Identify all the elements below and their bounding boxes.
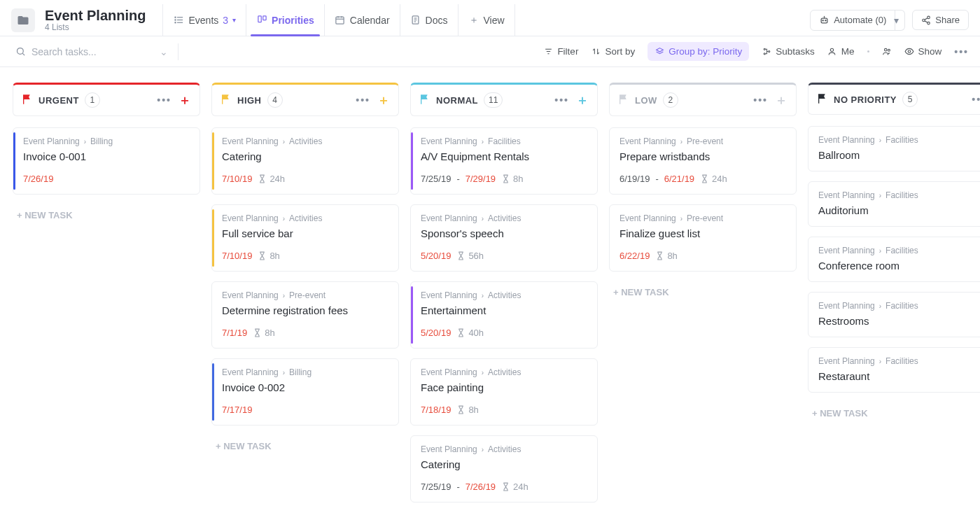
time-estimate: 24h [258,174,285,184]
groupby-button[interactable]: Group by: Priority [648,42,749,61]
time-estimate: 24h [501,482,528,492]
task-card[interactable]: Event Planning › Facilities Restrooms [808,292,980,337]
column-add-task[interactable]: ＋ [377,92,390,108]
people-icon [882,47,892,57]
task-card[interactable]: Event Planning › Facilities A/V Equipmen… [410,127,598,195]
time-estimate: 8h [456,405,478,415]
tab-add-view[interactable]: ＋ View [458,4,515,36]
task-card[interactable]: Event Planning › Activities Sponsor's sp… [410,204,598,272]
svg-line-23 [925,17,927,19]
column-add-task[interactable]: ＋ [576,92,589,108]
task-card[interactable]: Event Planning › Billing Invoice 0-001 7… [13,127,200,195]
column-more-menu[interactable]: ••• [356,94,370,106]
new-task-button[interactable]: + NEW TASK [13,204,200,226]
svg-point-31 [764,53,765,55]
task-card[interactable]: Event Planning › Facilities Auditorium [808,181,980,227]
tab-label: Docs [426,15,448,26]
column-more-menu[interactable]: ••• [972,94,980,105]
doc-icon [410,15,421,26]
svg-point-35 [888,49,890,51]
crumb-list: Activities [488,290,521,300]
chevron-right-icon: › [879,302,881,310]
task-card[interactable]: Event Planning › Activities Catering 7/1… [211,127,399,195]
card-date-start: 6/22/19 [620,251,650,261]
task-card[interactable]: Event Planning › Facilities Restaraunt [808,347,980,393]
time-estimate-value: 24h [513,482,528,492]
task-card[interactable]: Event Planning › Activities Face paintin… [410,358,598,426]
column-add-task[interactable]: ＋ [178,92,191,108]
task-card[interactable]: Event Planning › Pre-event Prepare wrist… [609,127,797,195]
task-card[interactable]: Event Planning › Activities Full service… [211,204,399,272]
column-more-menu[interactable]: ••• [753,94,768,106]
column-more-menu[interactable]: ••• [554,94,569,106]
tab-events[interactable]: Events 3 ▾ [162,4,246,36]
automate-caret[interactable]: ▾ [888,10,905,31]
time-estimate-value: 24h [712,174,727,184]
new-task-button[interactable]: + NEW TASK [808,402,980,424]
card-date-end: 6/21/19 [664,174,694,184]
more-menu[interactable]: ••• [954,46,969,57]
task-card[interactable]: Event Planning › Activities Entertainmen… [410,281,598,349]
share-button[interactable]: Share [912,10,969,30]
chevron-right-icon: › [482,369,484,377]
separator-dot [867,50,869,52]
crumb-list: Billing [90,136,113,146]
tab-priorities[interactable]: Priorities [246,4,324,36]
crumb-folder: Event Planning [620,213,676,223]
chevron-right-icon: › [879,358,881,365]
assignees-button[interactable] [882,47,892,57]
me-button[interactable]: Me [827,46,855,57]
filter-button[interactable]: Filter [543,46,578,57]
card-title: Invoice 0-001 [23,150,190,162]
crumb-folder: Event Planning [818,301,875,311]
date-separator: - [456,482,459,492]
crumb-list: Activities [488,367,521,377]
sort-icon [591,47,601,57]
svg-point-36 [908,50,911,53]
task-card[interactable]: Event Planning › Facilities Conference r… [808,237,980,282]
task-card[interactable]: Event Planning › Pre-event Determine reg… [211,281,399,349]
tab-label: Calendar [350,15,390,26]
person-icon [827,47,837,57]
card-date-start: 7/10/19 [222,251,252,261]
search-caret-icon[interactable]: ⌄ [160,46,168,57]
chevron-right-icon: › [879,136,881,144]
new-task-button[interactable]: + NEW TASK [609,281,797,303]
crumb-list: Pre-event [289,290,326,300]
column-add-task[interactable]: ＋ [775,92,788,108]
card-title: Determine registration fees [222,304,388,316]
card-title: Entertainment [421,304,587,316]
chevron-right-icon: › [283,292,285,300]
flag-icon [419,94,430,107]
chevron-right-icon: › [482,138,484,146]
sortby-label: Sort by [605,46,635,57]
show-button[interactable]: Show [904,46,942,57]
new-task-button[interactable]: + NEW TASK [211,435,399,457]
sortby-button[interactable]: Sort by [591,46,635,57]
card-date-start: 7/10/19 [222,174,252,184]
task-card[interactable]: Event Planning › Billing Invoice 0-002 7… [211,358,399,426]
column-header-none: NO PRIORITY 5 ••• [808,83,980,115]
task-card[interactable]: Event Planning › Activities Catering 7/2… [410,435,598,503]
subtasks-button[interactable]: Subtasks [762,46,815,57]
svg-point-3 [175,17,176,17]
page-title: Event Planning [45,8,146,23]
tab-label: Events [188,15,218,26]
card-title: Face painting [421,381,587,393]
svg-point-25 [18,48,24,55]
column-title: NORMAL [436,95,478,106]
task-card[interactable]: Event Planning › Pre-event Finalize gues… [609,204,797,272]
chevron-right-icon: › [680,215,682,223]
task-card[interactable]: Event Planning › Facilities Ballroom [808,126,980,171]
column-more-menu[interactable]: ••• [157,94,172,106]
crumb-folder: Event Planning [818,246,875,255]
crumb-folder: Event Planning [818,135,875,145]
automate-button[interactable]: Automate (0) [810,10,895,31]
card-date-end: 7/29/19 [465,174,496,184]
tab-calendar[interactable]: Calendar [324,4,400,36]
card-title: Invoice 0-002 [222,381,388,393]
search-input[interactable] [31,46,154,57]
tab-label: Priorities [272,15,314,26]
crumb-folder: Event Planning [421,367,477,377]
tab-docs[interactable]: Docs [400,4,458,36]
